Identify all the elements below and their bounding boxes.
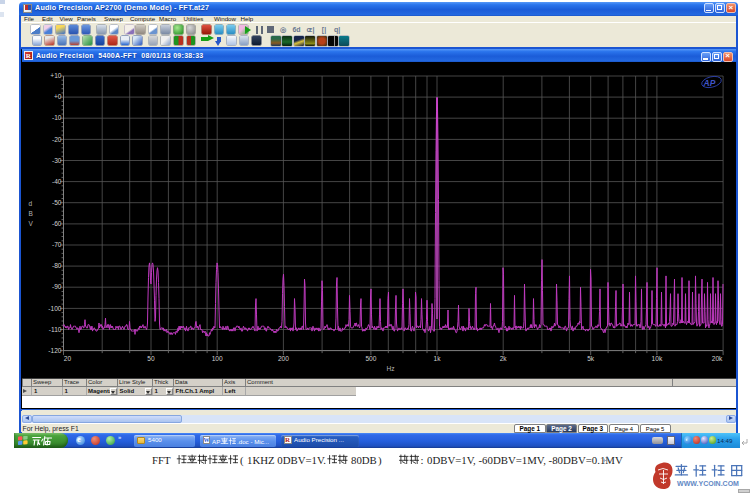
svg-text:(: (: [240, 454, 244, 467]
svg-text:-10: -10: [51, 114, 61, 121]
svg-text::: :: [421, 454, 424, 466]
svg-text:WWW.YCOIN.COM: WWW.YCOIN.COM: [677, 480, 739, 487]
svg-text:AP: AP: [702, 78, 715, 88]
svg-text:100: 100: [211, 355, 222, 362]
svg-text:-90: -90: [51, 283, 61, 290]
svg-text:10k: 10k: [651, 355, 662, 362]
svg-text:-120: -120: [48, 347, 62, 354]
svg-text:Hz: Hz: [386, 365, 394, 372]
svg-text:0DBV=1V, -60DBV=1MV, -80DBV=0.: 0DBV=1V, -60DBV=1MV, -80DBV=0.1MV: [427, 454, 623, 466]
svg-text:FFT: FFT: [152, 454, 171, 466]
svg-text:.doc - Mic...: .doc - Mic...: [237, 437, 269, 444]
svg-text:2k: 2k: [499, 355, 507, 362]
svg-text:B: B: [28, 210, 32, 217]
svg-text:d: d: [28, 200, 32, 207]
svg-text:-20: -20: [51, 136, 61, 143]
svg-text:-80: -80: [51, 262, 61, 269]
svg-text:-70: -70: [51, 241, 61, 248]
svg-text:AP: AP: [212, 437, 220, 444]
svg-text:80DB: 80DB: [351, 454, 377, 466]
svg-text:1KHZ 0DBV=1V.: 1KHZ 0DBV=1V.: [247, 454, 326, 466]
svg-text:+0: +0: [53, 93, 61, 100]
svg-text:1k: 1k: [433, 355, 441, 362]
svg-text:50: 50: [147, 355, 155, 362]
svg-text:20: 20: [63, 355, 71, 362]
svg-text:-60: -60: [51, 220, 61, 227]
svg-text:V: V: [28, 220, 33, 227]
svg-text:-40: -40: [51, 178, 61, 185]
svg-text:200: 200: [277, 355, 288, 362]
svg-text:500: 500: [365, 355, 376, 362]
svg-text:-100: -100: [48, 305, 62, 312]
svg-text:-110: -110: [48, 326, 61, 333]
svg-text:20k: 20k: [711, 355, 722, 362]
svg-text:): ): [378, 454, 382, 467]
svg-text:-50: -50: [51, 199, 61, 206]
svg-text:5k: 5k: [587, 355, 595, 362]
svg-text:-30: -30: [51, 157, 61, 164]
svg-text:+10: +10: [50, 72, 62, 79]
